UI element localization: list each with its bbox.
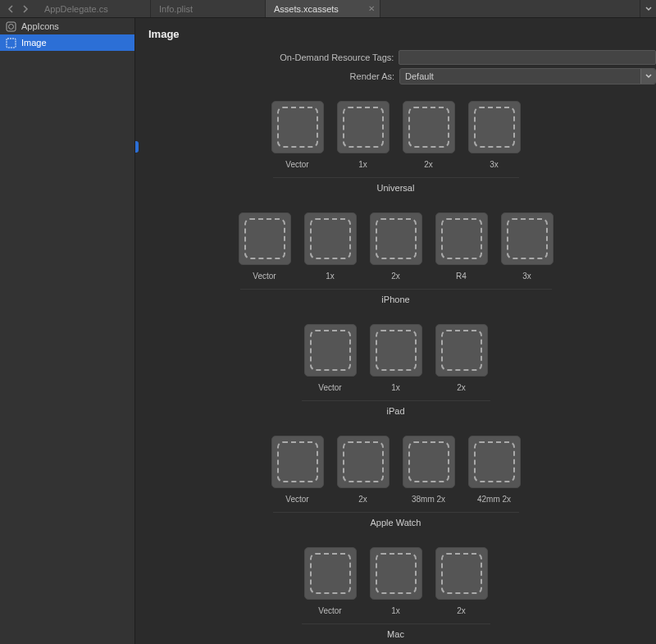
well-col: 1x xyxy=(368,547,424,615)
asset-item-image[interactable]: Image xyxy=(0,34,134,51)
svg-rect-11 xyxy=(508,219,547,258)
well-label: 3x xyxy=(522,272,531,281)
forward-button[interactable] xyxy=(20,3,31,15)
svg-rect-15 xyxy=(278,442,317,482)
render-select[interactable]: Default xyxy=(399,68,656,84)
well-col: Vector xyxy=(303,324,358,392)
well-col: 1x xyxy=(368,324,424,392)
group-label: Universal xyxy=(273,177,519,193)
well-label: Vector xyxy=(318,383,341,392)
group-label: Apple Watch xyxy=(273,512,519,528)
well-col: 3x xyxy=(499,212,555,281)
svg-rect-9 xyxy=(376,219,416,258)
well-label: 42mm 2x xyxy=(477,495,511,504)
svg-rect-5 xyxy=(409,107,449,147)
svg-rect-19 xyxy=(311,554,350,593)
well-col: 42mm 2x xyxy=(467,436,522,504)
image-well[interactable] xyxy=(370,547,422,600)
svg-rect-16 xyxy=(344,442,383,482)
svg-rect-2 xyxy=(7,39,16,48)
render-label: Render As: xyxy=(135,71,399,81)
well-col: 2x xyxy=(401,101,457,169)
well-label: 1x xyxy=(391,606,400,615)
image-well[interactable] xyxy=(271,436,324,488)
group-ipad: Vector1x2xiPad xyxy=(135,324,656,416)
svg-rect-4 xyxy=(344,107,383,147)
tab-appdelegate[interactable]: AppDelegate.cs xyxy=(36,0,151,17)
svg-rect-7 xyxy=(245,219,285,258)
well-label: Vector xyxy=(318,606,341,615)
image-well[interactable] xyxy=(239,212,291,265)
image-well[interactable] xyxy=(370,212,422,265)
image-well[interactable] xyxy=(271,101,324,153)
wells-row: Vector1x2xR43x xyxy=(135,212,656,281)
well-label: 1x xyxy=(358,160,367,169)
svg-rect-14 xyxy=(442,331,481,370)
well-groups: Vector1x2x3xUniversalVector1x2xR43xiPhon… xyxy=(135,88,656,644)
well-label: 3x xyxy=(490,160,499,169)
image-well[interactable] xyxy=(403,436,455,488)
well-col: Vector xyxy=(237,212,293,281)
image-well[interactable] xyxy=(501,212,554,265)
well-col: 2x xyxy=(335,436,391,504)
image-well[interactable] xyxy=(370,324,422,377)
image-well[interactable] xyxy=(304,212,357,265)
well-label: Vector xyxy=(253,272,276,281)
chevron-down-icon xyxy=(640,69,655,84)
tab-overflow-button[interactable] xyxy=(640,0,656,17)
asset-item-appicons[interactable]: AppIcons xyxy=(0,18,134,34)
render-select-value: Default xyxy=(400,71,640,81)
main-area: AppIcons Image Image On-Demand Resource … xyxy=(0,18,656,644)
scroll-marker xyxy=(135,141,139,153)
image-well[interactable] xyxy=(435,212,488,265)
well-label: Vector xyxy=(285,160,308,169)
asset-item-label: AppIcons xyxy=(21,21,59,31)
back-button[interactable] xyxy=(5,3,16,15)
asset-item-label: Image xyxy=(21,38,47,48)
image-well[interactable] xyxy=(403,101,455,153)
imageset-icon xyxy=(5,37,16,48)
well-col: 2x xyxy=(434,547,490,615)
well-label: 1x xyxy=(391,383,400,392)
svg-rect-6 xyxy=(475,107,514,147)
image-well[interactable] xyxy=(304,324,357,377)
close-icon[interactable]: ✕ xyxy=(368,4,375,13)
group-universal: Vector1x2x3xUniversal xyxy=(135,101,656,193)
tab-label: AppDelegate.cs xyxy=(44,4,108,14)
asset-sidebar: AppIcons Image xyxy=(0,18,135,644)
wells-row: Vector1x2x3x xyxy=(135,101,656,169)
svg-rect-20 xyxy=(376,554,416,593)
svg-rect-13 xyxy=(376,331,416,370)
svg-rect-3 xyxy=(278,107,317,147)
group-iphone: Vector1x2xR43xiPhone xyxy=(135,212,656,304)
svg-rect-0 xyxy=(7,22,16,31)
group-label: Mac xyxy=(302,623,490,639)
render-row: Render As: Default xyxy=(135,68,656,84)
image-well[interactable] xyxy=(435,547,488,600)
svg-rect-18 xyxy=(475,442,514,482)
image-well[interactable] xyxy=(435,324,488,377)
tab-label: Assets.xcassets xyxy=(274,4,339,14)
well-col: 38mm 2x xyxy=(401,436,457,504)
well-col: R4 xyxy=(434,212,490,281)
svg-rect-21 xyxy=(442,554,481,593)
group-apple-watch: Vector2x38mm 2x42mm 2xApple Watch xyxy=(135,436,656,528)
odr-row: On-Demand Resource Tags: xyxy=(135,50,656,65)
well-col: 2x xyxy=(434,324,490,392)
image-well[interactable] xyxy=(468,436,521,488)
odr-input[interactable] xyxy=(399,50,656,65)
group-mac: Vector1x2xMac xyxy=(135,547,656,639)
well-label: 1x xyxy=(326,272,335,281)
tab-infoplist[interactable]: Info.plist xyxy=(151,0,266,17)
wells-row: Vector1x2x xyxy=(135,324,656,392)
well-col: Vector xyxy=(270,436,326,504)
image-well[interactable] xyxy=(304,547,357,600)
image-well[interactable] xyxy=(337,101,390,153)
tab-assets[interactable]: Assets.xcassets ✕ xyxy=(266,0,380,17)
image-well[interactable] xyxy=(468,101,521,153)
svg-rect-17 xyxy=(409,442,449,482)
well-label: 2x xyxy=(391,272,400,281)
tab-label: Info.plist xyxy=(159,4,193,14)
tab-nav xyxy=(0,0,36,17)
image-well[interactable] xyxy=(337,436,390,488)
